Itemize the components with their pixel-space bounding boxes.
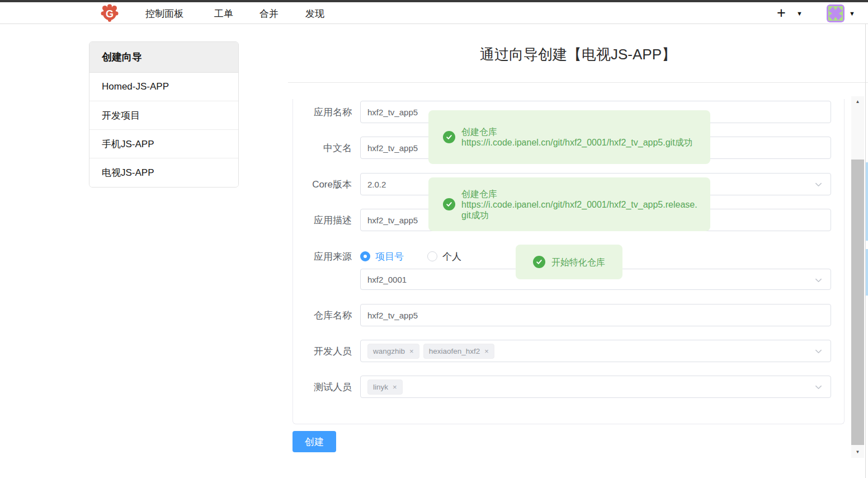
form-row-testers: 测试人员 linyk × xyxy=(293,376,844,398)
developer-tag-label: wangzhib xyxy=(373,347,405,355)
testers-label: 测试人员 xyxy=(293,381,352,393)
sidebar-header: 创建向导 xyxy=(89,42,238,73)
wizard-sidebar: 创建向导 Homed-JS-APP 开发项目 手机JS-APP 电视JS-APP xyxy=(89,41,239,188)
app-name-label: 应用名称 xyxy=(293,106,352,119)
toast-message: 创建仓库 https://i.code.ipanel.cn/git/hxf2_0… xyxy=(461,126,693,148)
radio-selected-icon xyxy=(360,251,370,261)
form-row-developers: 开发人员 wangzhib × hexiaofen_hxf2 × xyxy=(293,340,844,362)
toast-url: https://i.code.ipanel.cn/git/hxf2_0001/h… xyxy=(461,137,693,148)
testers-multiselect[interactable]: linyk × xyxy=(360,376,831,398)
developer-tag-label: hexiaofen_hxf2 xyxy=(429,347,480,355)
svg-text:G: G xyxy=(106,8,114,20)
core-version-label: Core版本 xyxy=(293,178,352,191)
chevron-down-icon xyxy=(814,383,823,393)
success-check-icon xyxy=(533,256,545,268)
vertical-scrollbar: ▲ ▼ xyxy=(851,96,864,458)
sidebar-item-mobile-js-app[interactable]: 手机JS-APP xyxy=(89,130,238,158)
create-menu-caret-icon[interactable]: ▼ xyxy=(796,10,803,17)
form-row-repo-name: 仓库名称 xyxy=(293,304,844,326)
radio-personal[interactable]: 个人 xyxy=(427,250,461,263)
sidebar-item-tv-js-app[interactable]: 电视JS-APP xyxy=(89,158,238,187)
scroll-up-arrow-icon[interactable]: ▲ xyxy=(851,97,864,106)
nav-item-merge[interactable]: 合并 xyxy=(260,7,279,20)
tester-tag: linyk × xyxy=(367,379,403,395)
chevron-down-icon xyxy=(814,347,823,357)
toast-title: 创建仓库 xyxy=(461,126,693,137)
toast-title: 开始特化仓库 xyxy=(551,257,605,268)
success-check-icon xyxy=(443,131,455,143)
developer-tag: wangzhib × xyxy=(367,344,419,359)
developers-label: 开发人员 xyxy=(293,345,352,358)
toast-url: https://i.code.ipanel.cn/git/hxf2_0001/h… xyxy=(461,199,700,221)
content-divider xyxy=(288,82,868,83)
nav-item-issues[interactable]: 工单 xyxy=(214,7,233,20)
radio-project-number-label: 项目号 xyxy=(375,250,404,263)
app-desc-label: 应用描述 xyxy=(293,214,352,227)
navbar: G 控制面板 工单 合并 发现 + ▼ ▼ xyxy=(0,2,868,24)
app-source-label: 应用来源 xyxy=(293,250,352,263)
cn-name-label: 中文名 xyxy=(293,142,352,154)
page: G 控制面板 工单 合并 发现 + ▼ ▼ 创建向导 Homed-JS-A xyxy=(0,0,868,478)
project-number-value: hxf2_0001 xyxy=(367,275,407,284)
toast-specialize-start: 开始特化仓库 xyxy=(516,245,622,279)
repo-name-label: 仓库名称 xyxy=(293,309,352,322)
user-menu-caret-icon[interactable]: ▼ xyxy=(849,10,855,17)
gitea-logo-icon[interactable]: G xyxy=(101,4,119,22)
success-check-icon xyxy=(443,198,455,210)
radio-unselected-icon xyxy=(427,251,437,261)
toast-message: 创建仓库 https://i.code.ipanel.cn/git/hxf2_0… xyxy=(461,189,700,221)
toast-title: 创建仓库 xyxy=(461,189,700,199)
window-edge-artifact xyxy=(866,249,868,296)
developers-multiselect[interactable]: wangzhib × hexiaofen_hxf2 × xyxy=(360,340,831,362)
scrollbar-thumb[interactable] xyxy=(851,160,864,445)
sidebar-item-homed-js-app[interactable]: Homed-JS-APP xyxy=(89,73,238,101)
developer-tag: hexiaofen_hxf2 × xyxy=(423,344,494,359)
toast-message: 开始特化仓库 xyxy=(551,257,605,268)
nav-item-explore[interactable]: 发现 xyxy=(305,7,324,20)
tag-close-icon[interactable]: × xyxy=(409,348,414,355)
window-edge-artifact xyxy=(866,162,868,241)
sidebar-item-dev-project[interactable]: 开发项目 xyxy=(89,101,238,130)
repo-name-input[interactable] xyxy=(360,304,831,326)
create-button[interactable]: 创建 xyxy=(293,431,336,452)
toast-repo-created: 创建仓库 https://i.code.ipanel.cn/git/hxf2_0… xyxy=(428,110,710,164)
tag-close-icon[interactable]: × xyxy=(393,383,397,391)
core-version-value: 2.0.2 xyxy=(367,180,386,189)
create-new-icon[interactable]: + xyxy=(777,2,786,24)
chevron-down-icon xyxy=(814,276,823,286)
scroll-down-arrow-icon[interactable]: ▼ xyxy=(851,448,864,457)
toast-release-repo-created: 创建仓库 https://i.code.ipanel.cn/git/hxf2_0… xyxy=(428,177,710,231)
radio-project-number[interactable]: 项目号 xyxy=(360,250,404,263)
tag-close-icon[interactable]: × xyxy=(484,348,489,355)
radio-personal-label: 个人 xyxy=(442,250,461,263)
nav-item-dashboard[interactable]: 控制面板 xyxy=(145,7,183,20)
user-avatar[interactable] xyxy=(827,4,845,22)
app-source-radio-group: 项目号 个人 xyxy=(360,250,461,263)
page-title: 通过向导创建【电视JS-APP】 xyxy=(288,45,868,64)
chevron-down-icon xyxy=(814,180,823,190)
tester-tag-label: linyk xyxy=(373,383,388,391)
